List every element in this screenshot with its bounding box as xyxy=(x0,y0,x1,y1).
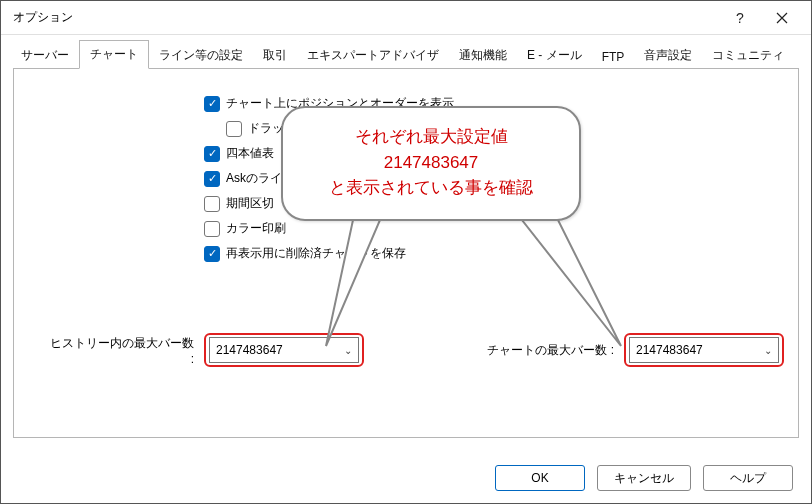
checkbox-period-sep[interactable] xyxy=(204,196,220,212)
callout-line1: それぞれ最大設定値 xyxy=(293,124,569,150)
tab-notify[interactable]: 通知機能 xyxy=(449,42,517,69)
tab-community[interactable]: コミュニティ xyxy=(702,42,794,69)
svg-marker-1 xyxy=(511,206,621,346)
label-period-sep: 期間区切 xyxy=(226,195,274,212)
close-icon[interactable] xyxy=(761,4,803,32)
checkbox-color-print[interactable] xyxy=(204,221,220,237)
cancel-button[interactable]: キャンセル xyxy=(597,465,691,491)
label-ohlc: 四本値表 xyxy=(226,145,274,162)
tab-sound[interactable]: 音声設定 xyxy=(634,42,702,69)
tab-lines[interactable]: ライン等の設定 xyxy=(149,42,253,69)
options-dialog: オプション ? サーバー チャート ライン等の設定 取引 エキスパートアドバイザ… xyxy=(0,0,812,504)
label-history-bars: ヒストリー内の最大バー数 : xyxy=(44,335,194,366)
titlebar: オプション ? xyxy=(1,1,811,35)
checkbox-show-positions[interactable]: ✓ xyxy=(204,96,220,112)
tab-strip: サーバー チャート ライン等の設定 取引 エキスパートアドバイザ 通知機能 E … xyxy=(1,35,811,69)
tab-chart[interactable]: チャート xyxy=(79,40,149,69)
bars-row: ヒストリー内の最大バー数 : 2147483647 ⌄ チャートの最大バー数 :… xyxy=(44,333,784,367)
svg-marker-0 xyxy=(326,206,386,346)
callout-line2: 2147483647 xyxy=(293,150,569,176)
checkbox-ohlc[interactable]: ✓ xyxy=(204,146,220,162)
callout-line3: と表示されている事を確認 xyxy=(293,175,569,201)
button-bar: OK キャンセル ヘルプ xyxy=(495,465,793,491)
checkbox-drag-alt[interactable] xyxy=(226,121,242,137)
highlight-chart-bars: 2147483647 ⌄ xyxy=(624,333,784,367)
row-save-deleted: ✓ 再表示用に削除済チャートを保存 xyxy=(204,245,764,262)
window-title: オプション xyxy=(13,9,719,26)
help-button[interactable]: ヘルプ xyxy=(703,465,793,491)
value-chart-bars: 2147483647 xyxy=(636,343,703,357)
checkbox-askline[interactable]: ✓ xyxy=(204,171,220,187)
tab-ea[interactable]: エキスパートアドバイザ xyxy=(297,42,449,69)
chevron-down-icon: ⌄ xyxy=(764,345,772,356)
row-color-print: カラー印刷 xyxy=(204,220,764,237)
tab-ftp[interactable]: FTP xyxy=(592,45,635,69)
label-color-print: カラー印刷 xyxy=(226,220,286,237)
value-history-bars: 2147483647 xyxy=(216,343,283,357)
tab-email[interactable]: E - メール xyxy=(517,42,592,69)
tab-server[interactable]: サーバー xyxy=(11,42,79,69)
annotation-callout: それぞれ最大設定値 2147483647 と表示されている事を確認 xyxy=(281,106,581,221)
ok-button[interactable]: OK xyxy=(495,465,585,491)
label-askline: Askのライ xyxy=(226,170,282,187)
checkbox-save-deleted[interactable]: ✓ xyxy=(204,246,220,262)
tab-trade[interactable]: 取引 xyxy=(253,42,297,69)
help-icon[interactable]: ? xyxy=(719,4,761,32)
combo-chart-bars[interactable]: 2147483647 ⌄ xyxy=(629,337,779,363)
